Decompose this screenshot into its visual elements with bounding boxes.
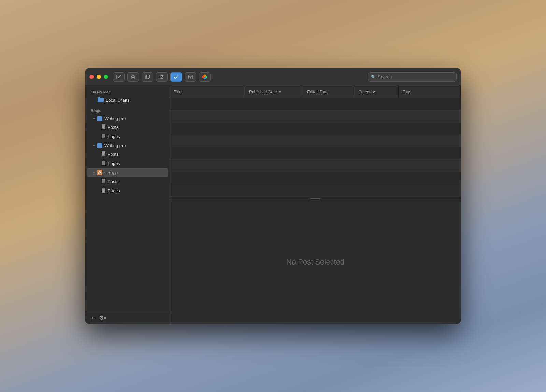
preview-pane: No Post Selected bbox=[170, 200, 461, 324]
blog-1-pages-label: Pages bbox=[107, 134, 120, 139]
table-row[interactable] bbox=[170, 135, 461, 147]
search-icon: 🔍 bbox=[371, 75, 376, 79]
pane-divider[interactable] bbox=[170, 197, 461, 200]
blog-icon-2 bbox=[97, 143, 102, 148]
blog-3-label: setapp bbox=[104, 170, 118, 175]
layout-button[interactable] bbox=[185, 72, 196, 82]
table-row[interactable] bbox=[170, 110, 461, 123]
svg-rect-19 bbox=[98, 97, 100, 99]
local-drafts-label: Local Drafts bbox=[106, 97, 129, 103]
table-row[interactable] bbox=[170, 98, 461, 110]
sidebar-item-blog-2[interactable]: ▼ Writing pro bbox=[87, 141, 168, 150]
maximize-button[interactable] bbox=[104, 75, 108, 79]
blog-2-pages-label: Pages bbox=[107, 161, 120, 166]
refresh-button[interactable] bbox=[156, 72, 168, 82]
trash-icon bbox=[130, 74, 136, 80]
blog-icon-1 bbox=[97, 116, 102, 121]
settings-button[interactable]: ⚙▾ bbox=[98, 314, 107, 322]
blog-1-posts-label: Posts bbox=[107, 125, 119, 130]
col-edited-label: Edited Date bbox=[307, 90, 329, 94]
posts-icon-2 bbox=[102, 151, 105, 157]
disclosure-3: ▼ bbox=[92, 171, 96, 175]
gear-icon: ⚙ bbox=[99, 315, 104, 321]
svg-rect-0 bbox=[117, 75, 120, 79]
table-row[interactable] bbox=[170, 147, 461, 160]
svg-line-2 bbox=[118, 75, 121, 78]
app-icon-button[interactable] bbox=[199, 72, 211, 82]
table-row[interactable] bbox=[170, 172, 461, 184]
sidebar-item-blog-1-posts[interactable]: Posts bbox=[87, 123, 168, 132]
col-title[interactable]: Title bbox=[170, 86, 245, 98]
table-rows bbox=[170, 98, 461, 197]
minimize-button[interactable] bbox=[97, 75, 101, 79]
svg-rect-9 bbox=[146, 75, 149, 78]
svg-point-16 bbox=[205, 76, 207, 78]
col-title-label: Title bbox=[174, 90, 182, 94]
col-category[interactable]: Category bbox=[354, 86, 399, 98]
layout-icon bbox=[188, 74, 193, 80]
col-published-date[interactable]: Published Date ▼ bbox=[245, 86, 303, 98]
colorful-icon bbox=[201, 74, 208, 80]
col-category-label: Category bbox=[358, 90, 375, 94]
sidebar-item-blog-3[interactable]: ▼ setapp bbox=[87, 168, 168, 177]
main-area: On My Mac Local Drafts Blogs ▼ Writing p… bbox=[85, 86, 461, 324]
compose-icon bbox=[116, 74, 121, 80]
pages-icon-3 bbox=[102, 188, 105, 194]
traffic-lights bbox=[89, 75, 108, 79]
col-edited-date[interactable]: Edited Date bbox=[303, 86, 354, 98]
table-header: Title Published Date ▼ Edited Date Categ… bbox=[170, 86, 461, 98]
sidebar: On My Mac Local Drafts Blogs ▼ Writing p… bbox=[85, 86, 170, 324]
refresh-icon bbox=[159, 74, 164, 80]
posts-icon-3 bbox=[102, 179, 105, 184]
content-area: Title Published Date ▼ Edited Date Categ… bbox=[170, 86, 461, 324]
check-icon bbox=[173, 74, 179, 80]
sidebar-item-blog-1-pages[interactable]: Pages bbox=[87, 132, 168, 141]
blog-3-pages-label: Pages bbox=[107, 188, 120, 193]
copy-icon bbox=[145, 74, 150, 80]
search-input[interactable] bbox=[378, 74, 454, 79]
svg-rect-3 bbox=[132, 76, 134, 79]
col-tags[interactable]: Tags bbox=[399, 86, 461, 98]
svg-point-17 bbox=[204, 77, 206, 79]
sidebar-footer: + ⚙▾ bbox=[85, 312, 170, 324]
trash-button[interactable] bbox=[127, 72, 139, 82]
posts-icon-1 bbox=[102, 124, 105, 130]
pages-icon-2 bbox=[102, 161, 105, 166]
sidebar-item-blog-1[interactable]: ▼ Writing pro bbox=[87, 114, 168, 123]
titlebar: 🔍 bbox=[85, 68, 461, 86]
add-blog-button[interactable]: + bbox=[88, 314, 97, 322]
no-post-label: No Post Selected bbox=[286, 258, 344, 267]
col-published-label: Published Date bbox=[249, 90, 277, 94]
on-my-mac-label: On My Mac bbox=[85, 89, 170, 95]
blog-3-posts-label: Posts bbox=[107, 179, 119, 184]
blog-1-label: Writing pro bbox=[104, 116, 126, 121]
sidebar-item-blog-3-pages[interactable]: Pages bbox=[87, 186, 168, 195]
pages-icon-1 bbox=[102, 134, 105, 139]
blog-icon-3 bbox=[97, 170, 102, 175]
compose-button[interactable] bbox=[113, 72, 125, 82]
sidebar-item-blog-2-posts[interactable]: Posts bbox=[87, 150, 168, 159]
blogs-label: Blogs bbox=[85, 107, 170, 114]
close-button[interactable] bbox=[89, 75, 94, 79]
sidebar-item-blog-2-pages[interactable]: Pages bbox=[87, 159, 168, 168]
table-row[interactable] bbox=[170, 123, 461, 135]
disclosure-1: ▼ bbox=[92, 117, 96, 120]
sidebar-item-local-drafts[interactable]: Local Drafts bbox=[87, 95, 168, 105]
col-tags-label: Tags bbox=[403, 90, 411, 94]
sidebar-item-blog-3-posts[interactable]: Posts bbox=[87, 177, 168, 186]
sort-arrow-published: ▼ bbox=[278, 90, 282, 94]
search-bar[interactable]: 🔍 bbox=[368, 72, 457, 82]
blog-2-posts-label: Posts bbox=[107, 152, 119, 157]
blog-2-label: Writing pro bbox=[104, 143, 126, 148]
local-drafts-icon bbox=[98, 97, 104, 103]
copy-button[interactable] bbox=[142, 72, 153, 82]
disclosure-2: ▼ bbox=[92, 144, 96, 147]
table-row[interactable] bbox=[170, 160, 461, 172]
app-window: 🔍 On My Mac Local Drafts Blogs ▼ bbox=[85, 68, 461, 324]
divider-handle bbox=[310, 198, 320, 199]
publish-button[interactable] bbox=[170, 72, 182, 82]
